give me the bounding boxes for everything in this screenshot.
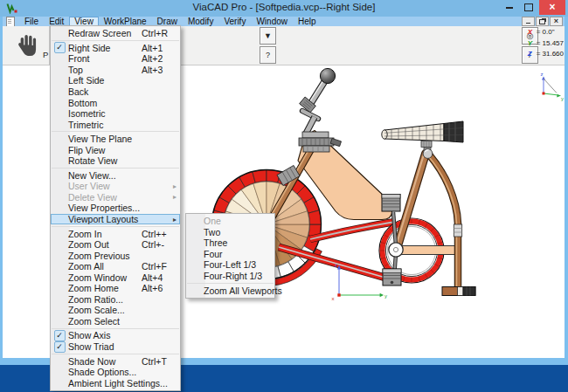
handlebar-knob [320,68,335,83]
menu-shortcut: Alt+6 [142,283,180,293]
menu-item-delete-view[interactable]: Delete View▸ [51,192,180,203]
menu-separator [52,354,179,354]
menu-shortcut: Alt+1 [142,43,180,53]
menu-shortcut: Ctrl+R [142,28,180,38]
menu-item-label: Zoom Window [68,272,142,283]
menubar-item-file[interactable]: File [19,17,44,26]
menu-item-zoom-scale[interactable]: Zoom Scale... [51,305,180,316]
prompt-text-partial: P [43,50,48,59]
menu-item-front[interactable]: FrontAlt+2 [51,53,180,65]
menu-item-four-right-1-3[interactable]: Four-Right 1/3 [186,271,274,282]
mdi-window-controls: × [522,17,565,26]
menu-item-zoom-all[interactable]: Zoom AllCtrl+F [51,261,180,272]
menu-item-label: Redraw Screen [68,28,142,38]
filter-dropdown-button[interactable]: ▼ [260,27,276,45]
menu-item-label: Trimetric [68,120,142,130]
menu-item-label: Zoom Home [68,283,142,293]
rear-support-leg [428,155,476,296]
minimize-icon [506,7,513,9]
menu-item-two[interactable]: Two [186,227,274,238]
mdi-minimize-icon [526,23,530,24]
checkmark-icon: ✓ [51,330,68,341]
menu-item-ambient-light-settings[interactable]: Ambient Light Settings... [51,377,180,389]
mdi-close-button[interactable]: × [550,17,563,26]
menu-item-zoom-out[interactable]: Zoom OutCtrl+- [51,239,180,251]
coordinate-value: 15.457 [543,38,564,50]
menu-item-redraw-screen[interactable]: Redraw ScreenCtrl+R [51,28,180,39]
menu-item-label: Rotate View [68,155,142,166]
menu-item-show-triad[interactable]: ✓Show Triad [51,341,180,353]
menu-item-zoom-select[interactable]: Zoom Select [51,316,180,327]
menu-item-bottom[interactable]: Bottom [51,97,180,108]
menu-item-label: Four [204,249,236,259]
menu-item-trimetric[interactable]: Trimetric [51,119,180,130]
submenu-arrow-icon: ▸ [173,182,177,190]
checkmark-icon: ✓ [51,42,68,53]
maximize-button[interactable] [519,0,538,15]
menu-item-isometric[interactable]: Isometric [51,108,180,120]
menu-item-top[interactable]: TopAlt+3 [51,65,180,76]
svg-text:y: y [384,293,387,299]
coordinate-row-y: Y=15.457 [528,38,564,50]
menu-item-user-view[interactable]: User View▸ [51,181,180,192]
mdi-restore-button[interactable] [536,17,549,26]
view-menu-dropdown: Redraw ScreenCtrl+R✓Right SideAlt+1Front… [50,25,181,391]
pedal-top [382,195,400,212]
menu-item-one[interactable]: One [186,216,274,227]
axis-label: X [528,27,535,38]
menubar-item-verify[interactable]: Verify [218,17,251,26]
mdi-restore-icon [539,19,545,24]
menu-item-right-side[interactable]: ✓Right SideAlt+1 [51,43,180,54]
menu-item-zoom-previous[interactable]: Zoom Previous [51,250,180,261]
menu-item-flip-view[interactable]: Flip View [51,144,180,155]
document-icon [6,17,15,27]
menu-item-zoom-all-viewports[interactable]: Zoom All Viewports [186,285,274,296]
menu-item-view-properties[interactable]: View Properties... [51,203,180,214]
menu-shortcut: Ctrl+- [142,239,180,250]
menu-item-label: Three [204,237,236,248]
menu-item-label: One [204,216,236,226]
menubar-item-help[interactable]: Help [293,17,322,26]
close-icon: × [549,1,555,14]
title-bar[interactable]: ViaCAD Pro - [Softpedia.vcp--Right Side]… [0,0,568,17]
menu-item-shade-options[interactable]: Shade Options... [51,367,180,378]
menu-shortcut: Alt+2 [142,53,180,64]
svg-text:x: x [332,296,335,301]
menu-item-show-axis[interactable]: ✓Show Axis [51,330,180,341]
coordinate-row-x: X=0.0" [528,27,564,38]
menu-item-zoom-in[interactable]: Zoom InCtrl++ [51,228,180,239]
menu-item-viewport-layouts[interactable]: Viewport Layouts▸ [51,214,180,225]
menu-item-three[interactable]: Three [186,237,274,249]
svg-text:y: y [561,96,564,101]
menu-shortcut: Alt+4 [142,272,180,283]
minimize-button[interactable] [500,0,519,15]
menu-item-four-left-1-3[interactable]: Four-Left 1/3 [186,259,274,271]
help-button[interactable]: ? [260,46,276,64]
coordinate-value: 31.660 [543,49,564,60]
svg-text:z: z [335,263,337,268]
menubar-item-window[interactable]: Window [251,17,293,26]
menu-item-left-side[interactable]: Left Side [51,75,180,86]
menu-item-label: Show Triad [68,341,142,352]
close-button[interactable]: × [539,0,565,15]
menu-item-zoom-home[interactable]: Zoom HomeAlt+6 [51,283,180,294]
menu-item-label: Shade Options... [68,367,142,377]
equals-sign: = [535,38,543,50]
menu-item-back[interactable]: Back [51,86,180,98]
menu-item-zoom-ratio[interactable]: Zoom Ratio... [51,294,180,306]
menu-item-label: Ambient Light Settings... [68,378,168,389]
mdi-minimize-button[interactable] [522,17,535,26]
menu-item-label: Front [68,53,142,64]
axis-label: Z [528,49,535,60]
menu-item-zoom-window[interactable]: Zoom WindowAlt+4 [51,272,180,283]
menubar-item-modify[interactable]: Modify [183,17,218,26]
menu-item-label: Bottom [68,98,142,108]
menu-item-label: Shade Now [68,356,142,367]
menu-item-rotate-view[interactable]: Rotate View [51,155,180,167]
menu-item-view-the-plane[interactable]: View The Plane [51,134,180,145]
menu-item-four[interactable]: Four [186,249,274,260]
menu-item-shade-now[interactable]: Shade NowCtrl+T [51,355,180,367]
menu-item-new-view[interactable]: New View... [51,170,180,182]
menu-separator [52,226,179,227]
coordinate-row-z: Z=31.660 [528,49,564,60]
